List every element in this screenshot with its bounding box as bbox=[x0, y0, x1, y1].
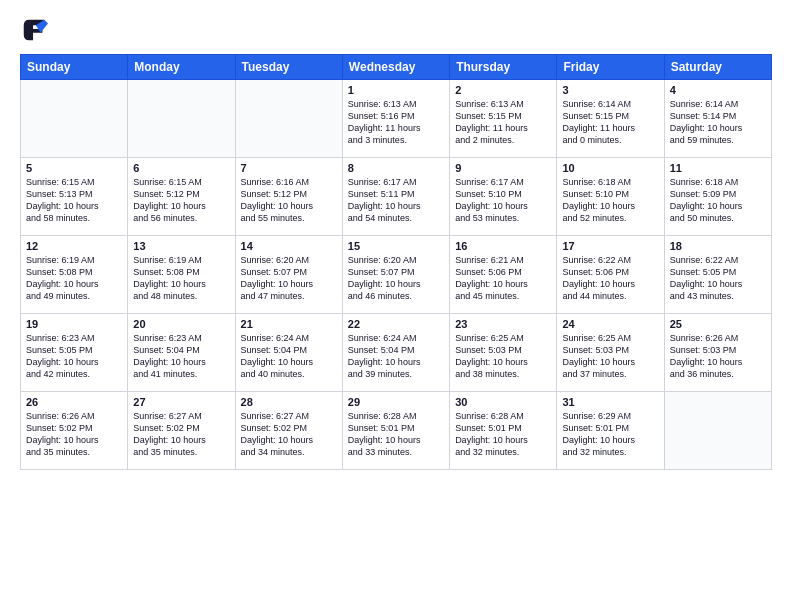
day-info: Sunrise: 6:17 AM Sunset: 5:10 PM Dayligh… bbox=[455, 176, 551, 225]
weekday-header-tuesday: Tuesday bbox=[235, 55, 342, 80]
day-number: 28 bbox=[241, 396, 337, 408]
day-info: Sunrise: 6:18 AM Sunset: 5:10 PM Dayligh… bbox=[562, 176, 658, 225]
calendar-cell: 31Sunrise: 6:29 AM Sunset: 5:01 PM Dayli… bbox=[557, 392, 664, 470]
day-info: Sunrise: 6:25 AM Sunset: 5:03 PM Dayligh… bbox=[562, 332, 658, 381]
calendar-cell: 8Sunrise: 6:17 AM Sunset: 5:11 PM Daylig… bbox=[342, 158, 449, 236]
day-number: 12 bbox=[26, 240, 122, 252]
week-row-1: 1Sunrise: 6:13 AM Sunset: 5:16 PM Daylig… bbox=[21, 80, 772, 158]
day-info: Sunrise: 6:23 AM Sunset: 5:05 PM Dayligh… bbox=[26, 332, 122, 381]
calendar: SundayMondayTuesdayWednesdayThursdayFrid… bbox=[20, 54, 772, 470]
day-number: 2 bbox=[455, 84, 551, 96]
day-info: Sunrise: 6:22 AM Sunset: 5:05 PM Dayligh… bbox=[670, 254, 766, 303]
day-info: Sunrise: 6:20 AM Sunset: 5:07 PM Dayligh… bbox=[241, 254, 337, 303]
weekday-header-friday: Friday bbox=[557, 55, 664, 80]
day-info: Sunrise: 6:21 AM Sunset: 5:06 PM Dayligh… bbox=[455, 254, 551, 303]
day-info: Sunrise: 6:28 AM Sunset: 5:01 PM Dayligh… bbox=[455, 410, 551, 459]
day-number: 23 bbox=[455, 318, 551, 330]
header bbox=[20, 16, 772, 44]
calendar-cell: 7Sunrise: 6:16 AM Sunset: 5:12 PM Daylig… bbox=[235, 158, 342, 236]
day-info: Sunrise: 6:27 AM Sunset: 5:02 PM Dayligh… bbox=[241, 410, 337, 459]
day-number: 20 bbox=[133, 318, 229, 330]
day-number: 4 bbox=[670, 84, 766, 96]
week-row-5: 26Sunrise: 6:26 AM Sunset: 5:02 PM Dayli… bbox=[21, 392, 772, 470]
day-number: 6 bbox=[133, 162, 229, 174]
weekday-header-wednesday: Wednesday bbox=[342, 55, 449, 80]
day-number: 24 bbox=[562, 318, 658, 330]
day-info: Sunrise: 6:23 AM Sunset: 5:04 PM Dayligh… bbox=[133, 332, 229, 381]
weekday-header-thursday: Thursday bbox=[450, 55, 557, 80]
weekday-header-sunday: Sunday bbox=[21, 55, 128, 80]
day-number: 31 bbox=[562, 396, 658, 408]
weekday-header-monday: Monday bbox=[128, 55, 235, 80]
day-number: 25 bbox=[670, 318, 766, 330]
day-number: 5 bbox=[26, 162, 122, 174]
day-info: Sunrise: 6:24 AM Sunset: 5:04 PM Dayligh… bbox=[348, 332, 444, 381]
calendar-cell bbox=[664, 392, 771, 470]
day-info: Sunrise: 6:17 AM Sunset: 5:11 PM Dayligh… bbox=[348, 176, 444, 225]
calendar-cell: 10Sunrise: 6:18 AM Sunset: 5:10 PM Dayli… bbox=[557, 158, 664, 236]
calendar-cell: 21Sunrise: 6:24 AM Sunset: 5:04 PM Dayli… bbox=[235, 314, 342, 392]
calendar-cell: 27Sunrise: 6:27 AM Sunset: 5:02 PM Dayli… bbox=[128, 392, 235, 470]
day-info: Sunrise: 6:13 AM Sunset: 5:16 PM Dayligh… bbox=[348, 98, 444, 147]
calendar-cell: 26Sunrise: 6:26 AM Sunset: 5:02 PM Dayli… bbox=[21, 392, 128, 470]
day-number: 14 bbox=[241, 240, 337, 252]
day-info: Sunrise: 6:19 AM Sunset: 5:08 PM Dayligh… bbox=[133, 254, 229, 303]
calendar-cell: 12Sunrise: 6:19 AM Sunset: 5:08 PM Dayli… bbox=[21, 236, 128, 314]
day-info: Sunrise: 6:28 AM Sunset: 5:01 PM Dayligh… bbox=[348, 410, 444, 459]
day-number: 13 bbox=[133, 240, 229, 252]
week-row-4: 19Sunrise: 6:23 AM Sunset: 5:05 PM Dayli… bbox=[21, 314, 772, 392]
day-number: 8 bbox=[348, 162, 444, 174]
calendar-cell: 25Sunrise: 6:26 AM Sunset: 5:03 PM Dayli… bbox=[664, 314, 771, 392]
day-number: 30 bbox=[455, 396, 551, 408]
calendar-cell: 9Sunrise: 6:17 AM Sunset: 5:10 PM Daylig… bbox=[450, 158, 557, 236]
day-info: Sunrise: 6:15 AM Sunset: 5:12 PM Dayligh… bbox=[133, 176, 229, 225]
day-number: 10 bbox=[562, 162, 658, 174]
day-info: Sunrise: 6:16 AM Sunset: 5:12 PM Dayligh… bbox=[241, 176, 337, 225]
calendar-cell: 20Sunrise: 6:23 AM Sunset: 5:04 PM Dayli… bbox=[128, 314, 235, 392]
day-number: 9 bbox=[455, 162, 551, 174]
day-number: 16 bbox=[455, 240, 551, 252]
calendar-cell: 1Sunrise: 6:13 AM Sunset: 5:16 PM Daylig… bbox=[342, 80, 449, 158]
calendar-cell: 13Sunrise: 6:19 AM Sunset: 5:08 PM Dayli… bbox=[128, 236, 235, 314]
day-number: 1 bbox=[348, 84, 444, 96]
day-number: 7 bbox=[241, 162, 337, 174]
day-info: Sunrise: 6:26 AM Sunset: 5:02 PM Dayligh… bbox=[26, 410, 122, 459]
day-number: 29 bbox=[348, 396, 444, 408]
week-row-2: 5Sunrise: 6:15 AM Sunset: 5:13 PM Daylig… bbox=[21, 158, 772, 236]
calendar-cell: 11Sunrise: 6:18 AM Sunset: 5:09 PM Dayli… bbox=[664, 158, 771, 236]
day-number: 18 bbox=[670, 240, 766, 252]
day-info: Sunrise: 6:13 AM Sunset: 5:15 PM Dayligh… bbox=[455, 98, 551, 147]
day-info: Sunrise: 6:14 AM Sunset: 5:15 PM Dayligh… bbox=[562, 98, 658, 147]
calendar-cell bbox=[21, 80, 128, 158]
page-container: SundayMondayTuesdayWednesdayThursdayFrid… bbox=[0, 0, 792, 480]
day-info: Sunrise: 6:19 AM Sunset: 5:08 PM Dayligh… bbox=[26, 254, 122, 303]
day-number: 17 bbox=[562, 240, 658, 252]
day-info: Sunrise: 6:25 AM Sunset: 5:03 PM Dayligh… bbox=[455, 332, 551, 381]
day-number: 22 bbox=[348, 318, 444, 330]
calendar-cell: 19Sunrise: 6:23 AM Sunset: 5:05 PM Dayli… bbox=[21, 314, 128, 392]
calendar-cell: 6Sunrise: 6:15 AM Sunset: 5:12 PM Daylig… bbox=[128, 158, 235, 236]
calendar-cell: 18Sunrise: 6:22 AM Sunset: 5:05 PM Dayli… bbox=[664, 236, 771, 314]
calendar-cell: 2Sunrise: 6:13 AM Sunset: 5:15 PM Daylig… bbox=[450, 80, 557, 158]
calendar-cell: 4Sunrise: 6:14 AM Sunset: 5:14 PM Daylig… bbox=[664, 80, 771, 158]
calendar-cell: 22Sunrise: 6:24 AM Sunset: 5:04 PM Dayli… bbox=[342, 314, 449, 392]
calendar-cell: 17Sunrise: 6:22 AM Sunset: 5:06 PM Dayli… bbox=[557, 236, 664, 314]
day-number: 19 bbox=[26, 318, 122, 330]
calendar-cell: 16Sunrise: 6:21 AM Sunset: 5:06 PM Dayli… bbox=[450, 236, 557, 314]
calendar-cell bbox=[128, 80, 235, 158]
weekday-header-saturday: Saturday bbox=[664, 55, 771, 80]
day-info: Sunrise: 6:29 AM Sunset: 5:01 PM Dayligh… bbox=[562, 410, 658, 459]
day-number: 26 bbox=[26, 396, 122, 408]
day-number: 3 bbox=[562, 84, 658, 96]
calendar-cell: 15Sunrise: 6:20 AM Sunset: 5:07 PM Dayli… bbox=[342, 236, 449, 314]
day-info: Sunrise: 6:26 AM Sunset: 5:03 PM Dayligh… bbox=[670, 332, 766, 381]
calendar-cell: 3Sunrise: 6:14 AM Sunset: 5:15 PM Daylig… bbox=[557, 80, 664, 158]
day-number: 21 bbox=[241, 318, 337, 330]
day-info: Sunrise: 6:20 AM Sunset: 5:07 PM Dayligh… bbox=[348, 254, 444, 303]
weekday-header-row: SundayMondayTuesdayWednesdayThursdayFrid… bbox=[21, 55, 772, 80]
logo-icon bbox=[20, 16, 48, 44]
day-info: Sunrise: 6:22 AM Sunset: 5:06 PM Dayligh… bbox=[562, 254, 658, 303]
day-info: Sunrise: 6:27 AM Sunset: 5:02 PM Dayligh… bbox=[133, 410, 229, 459]
week-row-3: 12Sunrise: 6:19 AM Sunset: 5:08 PM Dayli… bbox=[21, 236, 772, 314]
calendar-cell bbox=[235, 80, 342, 158]
